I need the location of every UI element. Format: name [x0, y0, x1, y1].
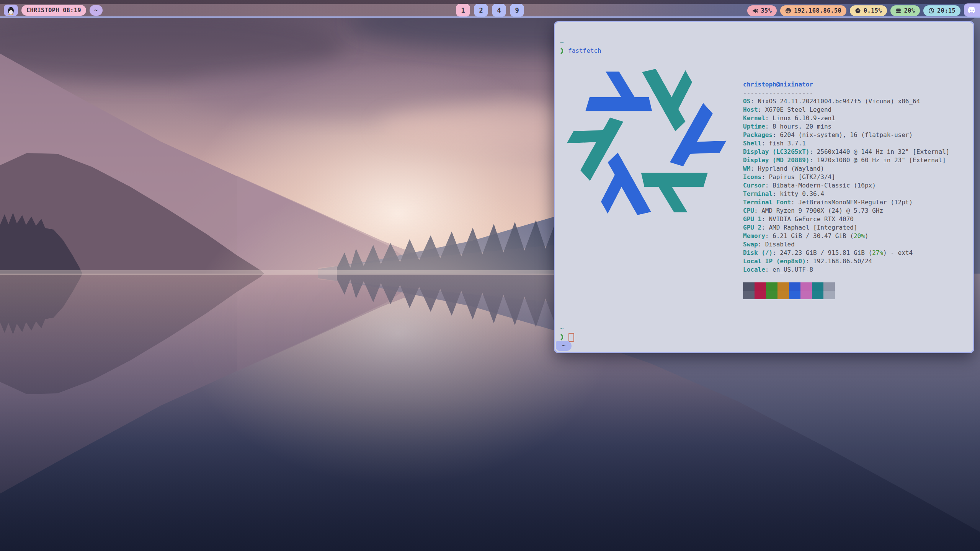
fastfetch-line: CPU: AMD Ryzen 9 7900X (24) @ 5.73 GHz — [743, 207, 949, 215]
bar-left-group: CHRISTOPH 08:19 ~ — [4, 5, 103, 16]
fastfetch-line: GPU 1: NVIDIA GeForce RTX 4070 — [743, 215, 949, 223]
palette-swatch — [755, 282, 766, 291]
terminal-tab[interactable]: ~ — [556, 341, 572, 351]
fastfetch-line: Icons: Papirus [GTK2/3/4] — [743, 173, 949, 181]
workspace-9[interactable]: 9 — [510, 4, 524, 16]
palette-swatch — [766, 282, 777, 291]
palette-swatch — [812, 282, 823, 291]
terminal-content[interactable]: ~ fastfetch — [555, 22, 973, 352]
fastfetch-line: OS: NixOS 24.11.20241004.bc947f5 (Vicuna… — [743, 97, 949, 106]
fastfetch-line: Kernel: Linux 6.10.9-zen1 — [743, 114, 949, 122]
palette-swatch — [823, 291, 835, 299]
prompt-chevron-icon — [560, 334, 565, 341]
palette-swatch — [789, 282, 800, 291]
palette-swatch — [777, 282, 789, 291]
speaker-icon — [752, 8, 758, 14]
user-clock-pill[interactable]: CHRISTOPH 08:19 — [21, 5, 86, 16]
palette-swatch — [789, 291, 800, 299]
fastfetch-line: Shell: fish 3.7.1 — [743, 139, 949, 148]
network-module[interactable]: 192.168.86.50 — [780, 5, 846, 16]
color-palette — [743, 282, 949, 299]
fastfetch-output: christoph@nixinator-------------------OS… — [560, 55, 969, 316]
prompt-path: ~ — [560, 38, 564, 47]
fastfetch-line: Terminal Font: JetBrainsMonoNFM-Regular … — [743, 198, 949, 207]
module-value: 192.168.86.50 — [794, 7, 841, 14]
module-value: 35% — [761, 7, 772, 14]
fastfetch-line: Memory: 6.21 GiB / 30.47 GiB (20%) — [743, 232, 949, 240]
palette-swatch — [777, 291, 789, 299]
fastfetch-line: Display (LC32G5xT): 980x551 @ 144 Hz i… — [743, 148, 949, 156]
prompt-chevron-icon — [560, 47, 565, 54]
fastfetch-line: Packages: 6204 (nix-system), 16 (flatpak… — [743, 131, 949, 139]
desktop: CHRISTOPH 08:19 ~ 1249 35% 192.168.86.50… — [0, 0, 980, 551]
globe-icon — [785, 8, 791, 14]
tux-icon — [7, 6, 15, 15]
memory-module[interactable]: 20% — [890, 5, 920, 16]
fastfetch-line: christoph@nixinator — [743, 80, 949, 89]
fastfetch-line: Cursor: Bibata-Modern-Classic (16px) — [743, 181, 949, 190]
palette-swatch — [766, 291, 777, 299]
palette-swatch — [800, 291, 812, 299]
layers-icon — [895, 8, 902, 14]
module-value: 0.15% — [864, 7, 882, 14]
gauge-icon — [855, 8, 861, 14]
fastfetch-line: Swap: Disabled — [743, 240, 949, 249]
terminal-cursor — [568, 333, 574, 342]
cpu-load-module[interactable]: 0.15% — [850, 5, 887, 16]
terminal-window[interactable]: ~ fastfetch — [554, 21, 974, 353]
nixos-logo — [567, 60, 727, 224]
palette-swatch — [755, 291, 766, 299]
palette-swatch — [812, 291, 823, 299]
fastfetch-line: Local IP (enp8s0): 192.168.86.50/24 — [743, 257, 949, 266]
fastfetch-line: Display (MD 20889): 1920x1080 @ 60 Hz in… — [743, 156, 949, 165]
fastfetch-line: WM: Hyprland (Wayland) — [743, 165, 949, 173]
discord-button[interactable] — [964, 3, 980, 16]
workspace-4[interactable]: 4 — [492, 4, 506, 16]
fastfetch-line: GPU 2: AMD Raphael [Integrated] — [743, 223, 949, 232]
fastfetch-line: Host: X670E Steel Legend — [743, 106, 949, 114]
clock-module[interactable]: 20:15 — [923, 5, 960, 16]
fastfetch-line: ------------------- — [743, 89, 949, 97]
module-value: 20:15 — [937, 7, 956, 14]
command-text: fastfetch — [568, 47, 601, 55]
fastfetch-line: Locale: en_US.UTF-8 — [743, 266, 949, 274]
fastfetch-line: Uptime: 8 hours, 20 mins — [743, 122, 949, 131]
fastfetch-line: Terminal: kitty 0.36.4 — [743, 190, 949, 198]
discord-icon — [967, 7, 977, 13]
fastfetch-info: christoph@nixinator-------------------OS… — [743, 55, 949, 316]
bar-right-group: 35% 192.168.86.50 0.15% 20% 20:15 — [747, 5, 980, 16]
clock-icon — [928, 8, 934, 14]
volume-module[interactable]: 35% — [747, 5, 777, 16]
workspaces: 1249 — [456, 4, 524, 16]
fastfetch-line: Disk (/): 247.23 GiB / 915.81 GiB (27%) … — [743, 249, 949, 257]
palette-swatch — [823, 282, 835, 291]
terminal-tab-bar: ~ — [556, 341, 572, 351]
prompt-path: ~ — [560, 324, 564, 333]
bar-right-modules: 35% 192.168.86.50 0.15% 20% 20:15 — [747, 5, 960, 16]
module-value: 20% — [904, 7, 915, 14]
active-window-path-pill[interactable]: ~ — [90, 5, 103, 16]
palette-swatch — [800, 282, 812, 291]
palette-swatch — [743, 291, 755, 299]
top-bar: CHRISTOPH 08:19 ~ 1249 35% 192.168.86.50… — [0, 0, 980, 18]
workspace-2[interactable]: 2 — [474, 4, 488, 16]
os-menu-button[interactable] — [4, 5, 18, 16]
palette-swatch — [743, 282, 755, 291]
workspace-1[interactable]: 1 — [456, 4, 470, 16]
